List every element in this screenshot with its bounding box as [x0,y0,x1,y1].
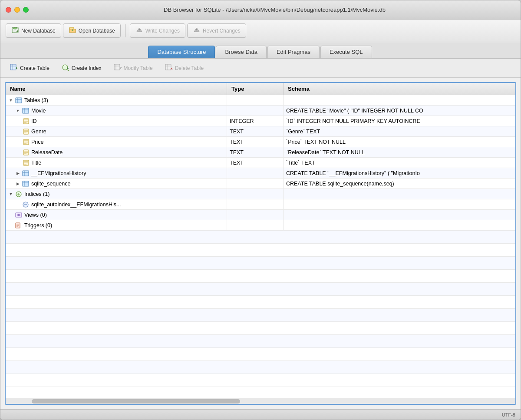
sqlite-sequence-label: sqlite_sequence [31,181,70,187]
movie-label: Movie [31,108,46,114]
releasedate-col-label: ReleaseDate [31,149,63,155]
empty-row [6,231,515,244]
close-button[interactable] [6,7,11,13]
schema-cell-id: `ID` INTEGER NOT NULL PRIMARY KEY AUTOIN… [284,116,515,126]
new-database-icon [11,26,19,35]
table-row[interactable]: ▶ Views (0) [6,210,515,220]
window-title: DB Browser for SQLite - /Users/ricka/t/M… [34,7,515,13]
create-table-button[interactable]: Create Table [6,62,54,74]
revert-changes-button[interactable]: Revert Changes [187,23,246,38]
views-group-label: Views (0) [24,212,47,218]
svg-line-15 [67,69,69,71]
empty-row [6,309,515,322]
name-cell-indices-group: ▼ Indices (1) [6,189,227,199]
traffic-lights [6,7,29,13]
schema-cell-title: `Title` TEXT [284,158,515,168]
tab-edit-pragmas[interactable]: Edit Pragmas [267,46,320,58]
table-row[interactable]: ▶ Triggers (0) [6,220,515,231]
column-icon-title [23,160,29,166]
write-changes-button[interactable]: Write Changes [130,23,185,38]
create-index-icon [62,63,69,73]
table-row[interactable]: ID INTEGER `ID` INTEGER NOT NULL PRIMARY… [6,116,515,126]
table-icon-sqlite-sequence [22,180,29,187]
new-database-button[interactable]: New Database [6,23,61,38]
table-row[interactable]: Title TEXT `Title` TEXT [6,158,515,168]
delete-table-icon [165,63,173,73]
create-table-icon [10,63,18,73]
type-cell-genre: TEXT [227,126,284,136]
name-cell-efmigrations: ▶ __EFMigrationsHistory [6,168,227,178]
type-cell-efmigrations [227,168,284,178]
scroll-thumb[interactable] [32,399,240,403]
index-icon-autoindex [22,201,29,208]
open-database-icon [69,26,76,35]
column-icon-genre [23,129,29,135]
name-cell-autoindex: ▶ sqlite_autoindex__EFMigrationsHis... [6,199,227,209]
titlebar: DB Browser for SQLite - /Users/ricka/t/M… [0,0,521,20]
svg-rect-55 [23,181,29,186]
maximize-button[interactable] [23,7,29,13]
type-cell-indices-group [227,189,284,199]
tab-execute-sql[interactable]: Execute SQL [320,46,372,58]
triggers-group-label: Triggers (0) [24,222,52,228]
name-cell-releasedate: ReleaseDate [6,147,227,157]
empty-row [6,361,515,374]
schema-cell-views [284,210,515,220]
expand-arrow-efmigrations[interactable]: ▶ [15,171,20,176]
triggers-icon [15,222,22,229]
name-cell-triggers-group: ▶ Triggers (0) [6,220,227,230]
toolbar-divider-1 [125,24,125,37]
name-cell-views-group: ▶ Views (0) [6,210,227,220]
modify-table-icon [114,63,122,73]
name-cell-movie: ▼ Movie [6,106,227,116]
schema-cell-triggers [284,220,515,230]
table-row[interactable]: ▶ sqlite_autoindex__EFMigrationsHis... [6,199,515,210]
empty-row [6,283,515,296]
tree-table-body: ▼ Tables (3) ▼ [6,95,515,398]
tables-group-label: Tables (3) [24,97,48,103]
expand-arrow-movie[interactable]: ▼ [15,108,20,113]
write-changes-icon [135,26,143,35]
tab-database-structure[interactable]: Database Structure [148,46,215,58]
column-icon-releasedate [23,149,29,155]
price-col-label: Price [31,139,43,145]
minimize-button[interactable] [14,7,20,13]
column-icon-id [23,118,29,124]
main-content: Name Type Schema ▼ Tables (3) [0,78,521,409]
open-database-button[interactable]: Open Database [63,23,121,38]
modify-table-button[interactable]: Modify Table [109,62,157,74]
svg-rect-52 [23,171,29,176]
table-header: Name Type Schema [6,83,515,95]
autoindex-label: sqlite_autoindex__EFMigrationsHis... [31,202,121,208]
svg-rect-26 [16,98,22,103]
efmigrations-label: __EFMigrationsHistory [31,170,86,176]
table-row[interactable]: ▼ Movie CREATE TABLE "Movie" ( "ID" INTE… [6,106,515,116]
tab-browse-data[interactable]: Browse Data [216,46,266,58]
expand-arrow-indices[interactable]: ▼ [8,192,13,197]
id-col-label: ID [31,118,37,124]
horizontal-scrollbar[interactable] [6,398,515,404]
table-row[interactable]: ▶ __EFMigrationsHistory CREATE TABLE "__… [6,168,515,179]
schema-cell-tables-group [284,95,515,105]
type-cell-triggers [227,220,284,230]
type-cell-title: TEXT [227,158,284,168]
svg-point-1 [13,27,17,29]
empty-row [6,348,515,361]
table-row[interactable]: ▼ Indices (1) [6,189,515,199]
expand-arrow-sqlite-sequence[interactable]: ▶ [15,181,20,186]
schema-cell-efmigrations: CREATE TABLE "__EFMigrationsHistory" ( "… [284,168,515,178]
table-row[interactable]: ▶ sqlite_sequence CREATE TABLE sqlite_se… [6,179,515,189]
expand-arrow-tables[interactable]: ▼ [8,98,13,103]
table-row[interactable]: ▼ Tables (3) [6,95,515,106]
schema-cell-movie: CREATE TABLE "Movie" ( "ID" INTEGER NOT … [284,106,515,116]
table-row[interactable]: Genre TEXT `Genre` TEXT [6,126,515,137]
views-icon [15,212,22,218]
svg-rect-18 [114,64,120,70]
schema-cell-sqlite-sequence: CREATE TABLE sqlite_sequence(name,seq) [284,179,515,189]
delete-table-button[interactable]: Delete Table [161,62,208,74]
table-row[interactable]: Price TEXT `Price` TEXT NOT NULL [6,137,515,147]
svg-rect-21 [165,64,171,70]
action-bar: Create Table Create Index [0,59,521,78]
create-index-button[interactable]: Create Index [57,62,106,74]
table-row[interactable]: ReleaseDate TEXT `ReleaseDate` TEXT NOT … [6,147,515,158]
